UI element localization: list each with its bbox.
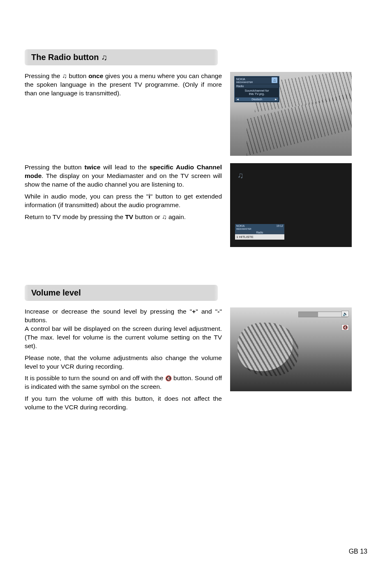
text: MEDIAMASTER	[236, 81, 253, 83]
heading-text: Volume level	[31, 288, 81, 298]
text: will lead to the	[100, 164, 150, 171]
music-note-icon: ♫	[238, 171, 244, 180]
row-volume: Increase or decrease the sound level by …	[25, 307, 367, 415]
osd-language-row: ◄ Deutsch ►	[235, 97, 278, 101]
paragraph: Increase or decrease the sound level by …	[25, 307, 222, 325]
text: button or	[133, 213, 162, 220]
screenshot-volume: 🔈 🔇	[230, 307, 352, 391]
text: Pressing the button	[25, 164, 85, 171]
music-note-icon: ♫	[62, 72, 67, 81]
text: It is possible to turn the sound on and …	[25, 374, 165, 381]
mute-icon: 🔇	[165, 375, 172, 381]
osd-brand: NOKIAMEDIAMASTER 19:12	[235, 224, 284, 231]
screenshot-radio-mode: ♫ NOKIAMEDIAMASTER 19:12 Radio 1 HITLIST…	[230, 163, 352, 247]
volume-icons: 🔈 🔇	[341, 311, 349, 330]
text: again.	[167, 213, 186, 220]
section-heading-volume: Volume level	[25, 285, 218, 301]
text: NOKIA	[236, 78, 245, 81]
mute-icon: 🔇	[341, 324, 349, 330]
text: Return to TV mode by pressing the	[25, 213, 125, 220]
tiger-graphic	[230, 307, 352, 391]
text-col-radio-2: Pressing the button twice will lead to t…	[25, 163, 222, 225]
paragraph: Please note, that the volume adjustments…	[25, 354, 222, 371]
page-number: GB 13	[349, 548, 367, 555]
bold-text: once	[88, 72, 103, 79]
bold-text: +	[192, 308, 196, 315]
paragraph: Return to TV mode by pressing the TV but…	[25, 213, 222, 222]
osd-note: Soundchannel for this TV-prg.	[235, 88, 278, 97]
text: . The display on your Mediamaster and on…	[25, 172, 222, 188]
text: NOKIA	[236, 224, 244, 227]
osd-radio-label: Radio	[235, 231, 284, 234]
volume-bar	[298, 312, 348, 317]
screenshot-bridge: NOKIA MEDIAMASTER ♫ Radio Soundchannel f…	[230, 72, 352, 156]
text: NOKIAMEDIAMASTER	[236, 224, 251, 230]
text: this TV-prg.	[249, 92, 265, 96]
music-note-icon: ♫	[162, 213, 167, 222]
paragraph: It is possible to turn the sound on and …	[25, 374, 222, 391]
text-col-volume: Increase or decrease the sound level by …	[25, 307, 222, 415]
text: MEDIAMASTER	[236, 228, 251, 230]
radio-info-box: NOKIAMEDIAMASTER 19:12 Radio 1 HITLISTE	[235, 224, 284, 240]
row-radio-2: Pressing the button twice will lead to t…	[25, 163, 367, 247]
text: button	[67, 72, 88, 79]
section-volume: Volume level Increase or decrease the so…	[25, 285, 367, 415]
osd-time: 19:12	[277, 224, 283, 230]
osd-soundchannel: NOKIA MEDIAMASTER ♫ Radio Soundchannel f…	[234, 76, 279, 102]
paragraph: While in audio mode, you can press the "…	[25, 192, 222, 210]
speaker-icon: 🔈	[341, 311, 349, 317]
paragraph: Pressing the button twice will lead to t…	[25, 163, 222, 189]
section-heading-radio: The Radio button ♫	[25, 49, 218, 65]
paragraph: If you turn the volume off with this but…	[25, 395, 222, 412]
radio-screen: ♫ NOKIAMEDIAMASTER 19:12 Radio 1 HITLIST…	[230, 163, 352, 247]
osd-station: 1 HITLISTE	[235, 234, 284, 240]
osd-language: Deutsch	[251, 98, 262, 101]
music-note-icon: ♫	[101, 53, 107, 62]
text: Pressing the	[25, 72, 62, 79]
row-radio-1: Pressing the ♫ button once gives you a m…	[25, 72, 367, 156]
paragraph: A control bar will be displayed on the s…	[25, 325, 222, 351]
arrow-right-icon: ►	[274, 98, 277, 101]
heading-text: The Radio button	[31, 53, 99, 62]
volume-fill	[299, 312, 318, 317]
text: While in audio mode, you can press the "	[25, 193, 148, 200]
paragraph: Pressing the ♫ button once gives you a m…	[25, 72, 222, 98]
bold-text: twice	[85, 164, 101, 171]
text: Increase or decrease the sound level by …	[25, 308, 192, 315]
text: " and "	[196, 308, 217, 315]
music-note-icon: ♫	[272, 77, 277, 83]
arrow-left-icon: ◄	[236, 98, 239, 101]
text-col-radio-1: Pressing the ♫ button once gives you a m…	[25, 72, 222, 101]
bold-text: TV	[125, 213, 133, 220]
osd-menu-label: Radio	[235, 84, 278, 88]
